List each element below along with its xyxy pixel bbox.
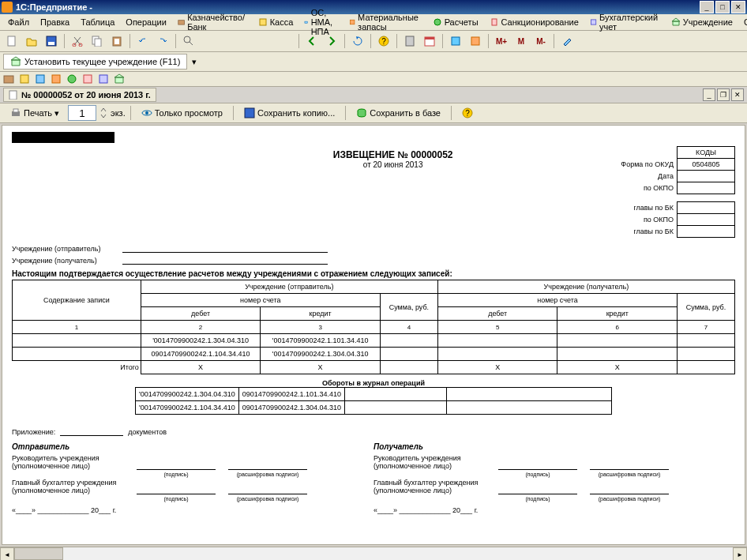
app-icon xyxy=(2,2,13,13)
maximize-button[interactable]: □ xyxy=(715,1,730,13)
quick-toolbar xyxy=(0,72,747,87)
forward-button[interactable] xyxy=(323,32,340,50)
h-scrollbar[interactable]: ◄ ► xyxy=(0,547,747,560)
treasury-icon xyxy=(178,17,185,27)
menu-file[interactable]: Файл xyxy=(3,16,34,28)
menu-edit[interactable]: Правка xyxy=(36,16,74,28)
svg-rect-32 xyxy=(9,91,17,100)
redo-button[interactable] xyxy=(154,32,171,50)
menu-table[interactable]: Таблица xyxy=(76,16,119,28)
forward-icon xyxy=(326,36,337,47)
quick-icon-2[interactable] xyxy=(19,73,30,85)
save-copy-label: Сохранить копию... xyxy=(257,108,335,118)
redo-icon xyxy=(157,36,168,47)
svg-rect-5 xyxy=(492,19,497,25)
refresh-button[interactable] xyxy=(349,32,366,50)
doc-minimize-button[interactable]: _ xyxy=(703,88,715,101)
svg-rect-9 xyxy=(48,42,54,45)
quick-icon-3[interactable] xyxy=(35,73,46,85)
table-total-row: ИтогоXXXX xyxy=(13,361,735,374)
undo-button[interactable] xyxy=(134,32,152,50)
quick-icon-6[interactable] xyxy=(82,73,93,85)
set-institution-button[interactable]: Установить текущее учреждение (F11) xyxy=(3,54,187,70)
find-button[interactable] xyxy=(180,32,197,50)
tool-b-button[interactable] xyxy=(467,32,484,50)
scroll-thumb[interactable] xyxy=(14,547,63,560)
view-only-button[interactable]: Только просмотр xyxy=(136,105,228,121)
view-only-label: Только просмотр xyxy=(155,108,223,118)
menu-service[interactable]: Сервис xyxy=(739,16,747,28)
doc-restore-button[interactable]: ❐ xyxy=(717,88,730,101)
print-label: Печать xyxy=(24,108,52,118)
doc-close-button[interactable]: ✕ xyxy=(731,88,744,101)
document-tab-label: № 00000052 от 20 июня 2013 г. xyxy=(21,90,151,100)
document-toolbar: Печать ▾ экз. Только просмотр Сохранить … xyxy=(0,103,747,123)
brush-button[interactable] xyxy=(558,32,576,50)
cut-icon xyxy=(72,36,83,47)
close-button[interactable]: ✕ xyxy=(731,1,745,13)
menu-accounting[interactable]: Бухгалтерский учет xyxy=(585,11,665,33)
institution-icon xyxy=(671,17,681,27)
save-copy-button[interactable]: Сохранить копию... xyxy=(238,105,340,121)
quick-icon-7[interactable] xyxy=(98,73,109,85)
m-minus-button[interactable]: M- xyxy=(532,32,550,50)
scroll-left-button[interactable]: ◄ xyxy=(0,547,14,560)
scroll-track[interactable] xyxy=(14,547,733,560)
quick-icon-8[interactable] xyxy=(114,73,125,85)
svg-point-29 xyxy=(68,75,76,83)
svg-rect-25 xyxy=(4,76,13,83)
cut-button[interactable] xyxy=(69,32,86,50)
tool-b-icon xyxy=(470,36,481,47)
svg-rect-13 xyxy=(95,39,101,47)
quick-icon-1[interactable] xyxy=(3,73,14,85)
svg-rect-28 xyxy=(52,75,60,83)
menu-institution[interactable]: Учреждение xyxy=(666,16,738,28)
paste-button[interactable] xyxy=(108,32,126,50)
quick-icon-5[interactable] xyxy=(66,73,77,85)
save-db-button[interactable]: Сохранить в базе xyxy=(351,105,446,121)
open-button[interactable] xyxy=(23,32,40,50)
svg-rect-20 xyxy=(406,36,414,46)
minimize-button[interactable]: _ xyxy=(700,1,714,13)
menu-kassa[interactable]: Касса xyxy=(253,16,298,28)
menu-payments[interactable]: Расчеты xyxy=(428,16,483,28)
document-tab[interactable]: № 00000052 от 20 июня 2013 г. xyxy=(3,88,156,102)
copy-button[interactable] xyxy=(88,32,106,50)
main-toolbar: ? M+ M M- xyxy=(0,31,747,52)
m-plus-button[interactable]: M+ xyxy=(493,32,510,50)
doc-help-icon: ? xyxy=(462,107,473,118)
doc-subtitle: от 20 июня 2013 xyxy=(170,160,616,169)
svg-point-36 xyxy=(145,111,148,115)
save-button[interactable] xyxy=(43,32,60,50)
calc-icon xyxy=(404,36,415,47)
doc-icon xyxy=(9,90,18,100)
svg-line-17 xyxy=(190,42,193,45)
journal-title: Обороты в журнал операций xyxy=(12,379,735,387)
menu-sanction[interactable]: Санкционирование xyxy=(485,16,584,28)
menu-materials[interactable]: Материальные запасы xyxy=(344,11,426,33)
m-button[interactable]: M xyxy=(512,32,530,50)
calc-button[interactable] xyxy=(401,32,419,50)
kassa-icon xyxy=(258,17,268,27)
tool-a-button[interactable] xyxy=(447,32,464,50)
doc-help-button[interactable]: ? xyxy=(456,105,479,121)
quick-icon-4[interactable] xyxy=(51,73,62,85)
copies-input[interactable] xyxy=(68,105,96,121)
confirmation-text: Настоящим подтверждается осуществление р… xyxy=(12,269,735,278)
svg-point-16 xyxy=(184,36,190,43)
calendar-button[interactable] xyxy=(421,32,438,50)
spinner-icon[interactable] xyxy=(99,107,107,119)
help-button[interactable]: ? xyxy=(375,32,392,50)
help-icon: ? xyxy=(378,36,389,47)
svg-rect-3 xyxy=(350,20,355,24)
calendar-icon xyxy=(424,36,435,47)
eye-icon xyxy=(141,107,152,118)
table-row: '0014709900242.1.104.34.4100901470990024… xyxy=(136,401,612,415)
menu-treasury[interactable]: Казначейство/Банк xyxy=(173,11,252,33)
new-button[interactable] xyxy=(3,32,21,50)
back-button[interactable] xyxy=(303,32,321,50)
scroll-right-button[interactable]: ► xyxy=(733,547,747,560)
svg-rect-6 xyxy=(591,20,595,24)
menu-operations[interactable]: Операции xyxy=(121,16,171,28)
print-button[interactable]: Печать ▾ xyxy=(5,105,65,121)
